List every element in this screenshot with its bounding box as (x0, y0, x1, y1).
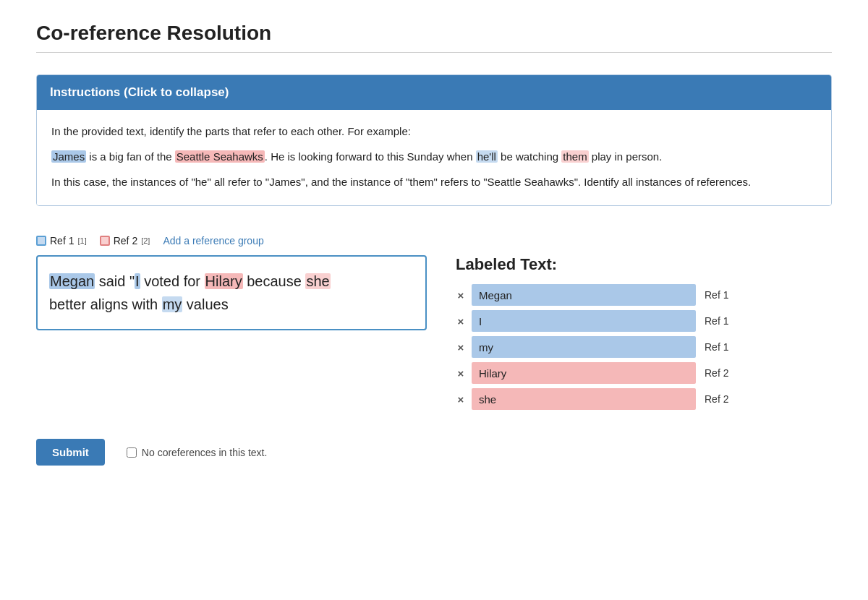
ref-group-bar: Ref 1 [1] Ref 2 [2] Add a reference grou… (36, 235, 832, 247)
labeled-row-megan: × Megan Ref 1 (456, 284, 832, 306)
instructions-header[interactable]: Instructions (Click to collapse) (37, 75, 831, 110)
labeled-ref-she: Ref 2 (705, 393, 728, 405)
labeled-row-i: × I Ref 1 (456, 310, 832, 332)
labeled-ref-my: Ref 1 (705, 341, 728, 353)
no-coref-text: No coreferences in this text. (142, 447, 268, 458)
ref1-label: Ref 1 (50, 235, 74, 247)
example-james: James (51, 150, 86, 163)
word-i[interactable]: I (135, 273, 140, 289)
ref2-badge[interactable]: Ref 2 [2] (100, 235, 150, 247)
no-coref-label[interactable]: No coreferences in this text. (127, 447, 268, 458)
instructions-line3: In this case, the instances of "he" all … (51, 173, 817, 192)
remove-my-btn[interactable]: × (456, 341, 466, 353)
submit-button[interactable]: Submit (36, 439, 105, 466)
instructions-panel: Instructions (Click to collapse) In the … (36, 74, 832, 206)
bottom-bar: Submit No coreferences in this text. (36, 439, 832, 466)
text-editor[interactable]: Megan said "I voted for Hilary because s… (36, 255, 427, 330)
labeled-bar-megan: Megan (472, 284, 696, 306)
ref1-badge[interactable]: Ref 1 [1] (36, 235, 87, 247)
ref1-sup: [1] (77, 236, 86, 245)
labeled-bar-my: my (472, 336, 696, 358)
labeled-ref-i: Ref 1 (705, 315, 728, 327)
no-coref-checkbox[interactable] (127, 447, 137, 458)
title-divider (36, 52, 832, 53)
instructions-line1: In the provided text, identify the parts… (51, 123, 817, 141)
word-she[interactable]: she (305, 273, 330, 289)
labeled-row-she: × she Ref 2 (456, 388, 832, 410)
instructions-example: James is a big fan of the Seattle Seahaw… (51, 148, 817, 166)
remove-megan-btn[interactable]: × (456, 289, 466, 301)
word-hilary[interactable]: Hilary (205, 273, 243, 289)
labeled-row-hilary: × Hilary Ref 2 (456, 362, 832, 384)
instructions-body: In the provided text, identify the parts… (37, 110, 831, 205)
remove-hilary-btn[interactable]: × (456, 367, 466, 380)
main-content: Megan said "I voted for Hilary because s… (36, 255, 832, 410)
labeled-bar-i: I (472, 310, 696, 332)
labeled-bar-hilary: Hilary (472, 362, 696, 384)
ref2-sup: [2] (141, 236, 150, 245)
ref1-badge-icon (36, 236, 46, 246)
example-seahawks: Seattle Seahawks (175, 150, 265, 163)
example-them: them (561, 150, 588, 163)
labeled-ref-megan: Ref 1 (705, 289, 728, 301)
labeled-text-panel: Labeled Text: × Megan Ref 1 × I Ref 1 × … (456, 255, 832, 410)
labeled-text-title: Labeled Text: (456, 255, 832, 274)
example-hell: he'll (476, 150, 498, 163)
ref2-badge-icon (100, 236, 110, 246)
word-my[interactable]: my (162, 296, 183, 312)
word-megan[interactable]: Megan (49, 273, 95, 289)
page-title: Co-reference Resolution (36, 22, 832, 45)
add-reference-group-link[interactable]: Add a reference group (163, 235, 263, 247)
labeled-ref-hilary: Ref 2 (705, 367, 728, 379)
labeled-list: × Megan Ref 1 × I Ref 1 × my Ref 1 × Hil… (456, 284, 832, 410)
labeled-row-my: × my Ref 1 (456, 336, 832, 358)
remove-i-btn[interactable]: × (456, 315, 466, 327)
remove-she-btn[interactable]: × (456, 393, 466, 406)
ref2-label: Ref 2 (114, 235, 137, 247)
labeled-bar-she: she (472, 388, 696, 410)
